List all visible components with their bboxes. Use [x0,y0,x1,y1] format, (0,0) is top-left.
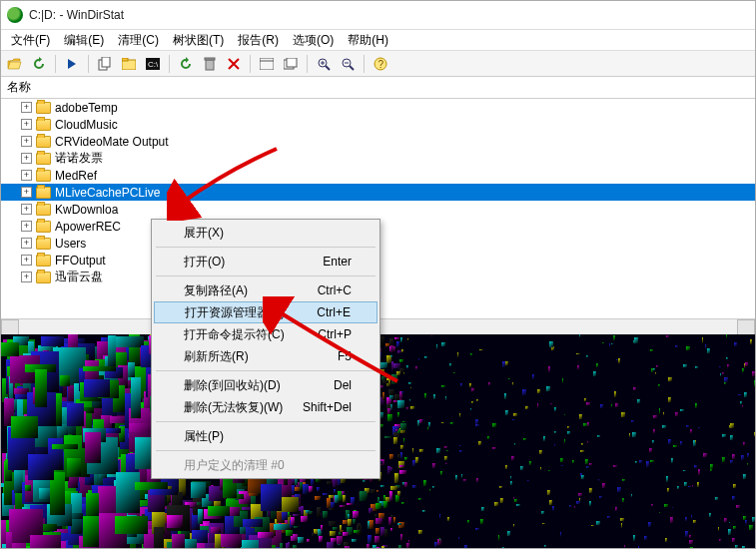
treemap-block[interactable] [343,532,349,536]
treemap-block[interactable] [500,498,502,504]
menu-treemap[interactable]: 树状图(T) [167,30,230,51]
treemap-block[interactable] [733,526,737,530]
treemap-block[interactable] [621,412,625,417]
treemap-block[interactable] [544,545,546,547]
treemap-block[interactable] [397,412,399,417]
treemap-block[interactable] [754,432,755,436]
context-menu-item[interactable]: 刷新所选(R)F5 [154,345,378,367]
treemap-block[interactable] [705,344,706,349]
treemap-block[interactable] [396,341,399,346]
context-menu-item[interactable]: 删除(无法恢复)(W)Shift+Del [154,396,378,418]
open-icon[interactable] [5,54,25,74]
context-menu-item[interactable]: 属性(P) [154,425,378,447]
treemap-block[interactable] [670,517,673,523]
treemap-block[interactable] [354,530,360,533]
treemap-block[interactable] [397,454,399,458]
treemap-block[interactable] [617,487,621,492]
treemap-block[interactable] [400,337,402,342]
treemap-block[interactable] [461,474,462,478]
treemap-block[interactable] [738,394,741,395]
treemap-block[interactable] [584,398,586,401]
treemap-block[interactable] [618,358,620,363]
treemap-block[interactable] [84,379,109,397]
treemap-block[interactable] [415,366,417,369]
treemap-block[interactable] [710,469,711,471]
treemap-block[interactable] [399,359,402,361]
treemap-block[interactable] [707,348,710,352]
expand-icon[interactable]: + [21,238,32,249]
treemap-block[interactable] [480,519,483,523]
treemap-block[interactable] [587,422,589,427]
treemap-block[interactable] [487,436,489,439]
treemap-block[interactable] [613,465,617,467]
treemap-block[interactable] [401,502,404,504]
tree-row[interactable]: +adobeTemp [1,99,755,116]
treemap-block[interactable] [371,489,377,493]
treemap-block[interactable] [471,401,474,404]
treemap-block[interactable] [395,429,398,430]
treemap-block[interactable] [315,496,321,499]
treemap-block[interactable] [644,536,647,540]
treemap-block[interactable] [401,391,403,393]
treemap-block[interactable] [719,539,721,541]
treemap-block[interactable] [475,419,478,424]
treemap-block[interactable] [6,532,12,549]
treemap-block[interactable] [720,373,721,376]
treemap-block[interactable] [288,512,291,518]
treemap-block[interactable] [394,337,398,339]
treemap-block[interactable] [579,414,583,419]
treemap-block[interactable] [548,366,551,372]
treemap-block[interactable] [407,338,408,340]
treemap-block[interactable] [422,510,425,512]
treemap-block[interactable] [25,485,30,491]
treemap-block[interactable] [406,543,408,548]
treemap-block[interactable] [675,412,678,416]
treemap-block[interactable] [694,465,697,468]
treemap-block[interactable] [459,445,462,446]
context-menu-item[interactable]: 打开资源管理器(E)Ctrl+E [154,301,378,323]
treemap-block[interactable] [613,335,614,341]
treemap-block[interactable] [41,336,64,346]
treemap-block[interactable] [243,519,263,527]
window-icon[interactable] [257,54,277,74]
treemap-block[interactable] [432,463,435,468]
treemap-block[interactable] [586,402,590,405]
treemap-block[interactable] [554,431,556,433]
treemap-block[interactable] [377,490,378,492]
treemap-block[interactable] [460,383,461,386]
treemap-block[interactable] [394,473,398,482]
treemap-block[interactable] [211,527,221,533]
treemap-block[interactable] [353,511,359,518]
treemap-block[interactable] [423,480,426,486]
treemap-block[interactable] [154,527,165,549]
treemap-block[interactable] [513,413,517,416]
treemap-block[interactable] [730,435,733,440]
treemap-block[interactable] [360,491,367,501]
treemap-block[interactable] [522,389,526,394]
treemap-block[interactable] [680,441,682,445]
treemap-block[interactable] [514,499,516,501]
treemap-block[interactable] [293,545,297,549]
treemap-block[interactable] [663,412,664,415]
treemap-block[interactable] [579,334,580,337]
treemap-block[interactable] [673,445,676,448]
treemap-block[interactable] [343,495,345,502]
treemap-block[interactable] [282,511,288,520]
treemap-block[interactable] [577,365,578,369]
treemap-block[interactable] [719,366,721,368]
treemap-block[interactable] [221,534,242,547]
treemap-block[interactable] [537,403,538,408]
treemap-block[interactable] [85,432,102,463]
treemap-block[interactable] [680,409,684,411]
treemap-block[interactable] [621,523,622,528]
treemap-block[interactable] [11,416,38,438]
menu-edit[interactable]: 编辑(E) [58,30,110,51]
treemap-block[interactable] [574,506,575,508]
treemap-block[interactable] [569,505,571,507]
treemap-block[interactable] [560,458,563,462]
treemap-block[interactable] [418,358,419,360]
treemap-block[interactable] [554,407,556,411]
treemap-block[interactable] [554,444,555,446]
treemap-block[interactable] [389,491,391,500]
menu-cleanup[interactable]: 清理(C) [112,30,165,51]
